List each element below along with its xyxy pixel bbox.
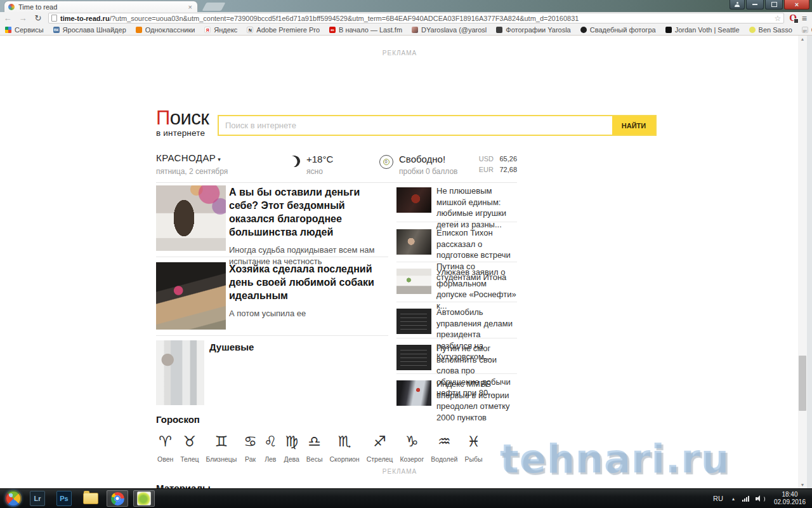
browser-titlebar: Time to read × × [0, 0, 812, 12]
bookmark-item[interactable]: asВ начало — Last.fm [329, 26, 402, 34]
zodiac-aquarius[interactable]: ♒Водолей [431, 432, 457, 463]
vk-icon: ВК [53, 27, 60, 33]
dark-circle-icon [580, 27, 587, 33]
traffic-widget[interactable]: 0 Свободно! пробки 0 баллов [379, 154, 457, 176]
zodiac-libra[interactable]: ♎Весы [306, 432, 323, 463]
bookmark-item[interactable]: NAdobe Premiere Pro [247, 26, 320, 34]
divider [396, 222, 517, 222]
scrollbar-thumb[interactable] [799, 356, 806, 411]
reload-icon[interactable]: ↻ [30, 13, 46, 23]
network-icon[interactable] [742, 496, 749, 502]
site-logo[interactable]: Поиск в интернете [156, 108, 209, 138]
scrollbar[interactable]: ▲ ▼ [798, 36, 807, 489]
news-item[interactable]: Не плюшевым мишкой единым: любимые игруш… [396, 185, 517, 230]
taskbar-viewer-button[interactable] [133, 490, 155, 507]
article-title[interactable]: Хозяйка сделала последний день своей люб… [229, 262, 389, 302]
bookmark-item[interactable]: ВКЯрослава Шнайдер [53, 26, 126, 34]
yellow-circle-icon [749, 27, 756, 33]
bookmark-item[interactable]: Jordan Voth | Seattle [665, 26, 740, 34]
currency-widget[interactable]: USD 65,26 EUR 72,68 [479, 155, 517, 177]
system-tray: RU ▴ 18:40 02.09.2016 [713, 491, 812, 506]
news-title[interactable]: Не плюшевым мишкой единым: любимые игруш… [436, 185, 517, 230]
bookmark-item[interactable]: goСайты - gophotoweb [802, 26, 812, 34]
taskbar-lightroom-button[interactable]: Lr [27, 490, 48, 507]
zodiac-gemini[interactable]: ♊Близнецы [206, 432, 237, 463]
zodiac-taurus[interactable]: ♉Телец [180, 432, 199, 463]
zodiac-leo[interactable]: ♌Лев [264, 432, 277, 463]
language-indicator[interactable]: RU [713, 495, 723, 502]
zodiac-pisces[interactable]: ♓Рыбы [464, 432, 482, 463]
zodiac-aries[interactable]: ♈Овен [157, 432, 173, 463]
extension-icon[interactable]: O [789, 13, 797, 23]
divider [396, 302, 517, 302]
city-selector[interactable]: КРАСНОДАР▾ пятница, 2 сентября [156, 152, 517, 176]
taskbar: Lr Ps RU ▴ 18:40 02.09.2016 [0, 488, 812, 508]
zodiac-virgo[interactable]: ♍Дева [284, 432, 299, 463]
divider [156, 335, 388, 336]
search-button[interactable]: НАЙТИ [612, 116, 655, 135]
start-button[interactable] [5, 490, 22, 507]
bookmark-star-icon[interactable]: ☆ [774, 14, 781, 23]
city-name: КРАСНОДАР [156, 152, 216, 163]
news-item[interactable]: Улюкаев заявил о формальном допуске «Рос… [396, 267, 517, 311]
browser-tab-active[interactable]: Time to read × [4, 1, 198, 12]
bookmark-item[interactable]: ЯЯндекс [204, 26, 237, 34]
restore-icon [771, 2, 777, 7]
bookmark-item[interactable]: Одноклассники [136, 26, 195, 34]
volume-icon[interactable] [756, 495, 765, 502]
browser-toolbar: ← → ↻ time-to-read.ru/?utm_source=uoua03… [0, 12, 812, 24]
news-title[interactable]: Улюкаев заявил о формальном допуске «Рос… [436, 267, 517, 311]
window-close-button[interactable]: × [784, 0, 809, 10]
search-input[interactable] [219, 116, 612, 135]
divider [156, 257, 388, 257]
article-thumbnail[interactable] [156, 185, 226, 251]
taskbar-chrome-button[interactable] [107, 490, 128, 507]
zodiac-capricorn[interactable]: ♑Козерог [400, 432, 424, 463]
cancer-icon: ♋ [244, 432, 257, 451]
currency-row: USD 65,26 [479, 155, 517, 163]
back-icon[interactable]: ← [0, 13, 15, 23]
tab-close-icon[interactable]: × [187, 3, 193, 11]
article-thumbnail[interactable] [156, 262, 226, 330]
scroll-up-icon[interactable]: ▲ [798, 36, 807, 43]
news-thumbnail [396, 187, 431, 213]
watermark: tehnari.ru [500, 436, 730, 482]
news-title[interactable]: Индекс ММВБ впервые в истории преодолел … [436, 378, 517, 423]
zodiac-cancer[interactable]: ♋Рак [244, 432, 257, 463]
news-item[interactable]: Индекс ММВБ впервые в истории преодолел … [396, 378, 517, 423]
bookmark-item[interactable]: Фотографии Yarosla [496, 26, 570, 34]
clock-date: 02.09.2016 [774, 498, 806, 506]
address-bar[interactable]: time-to-read.ru/?utm_source=uoua03n&utm_… [48, 13, 784, 23]
page-container: Поиск в интернете НАЙТИ КРАСНОДАР▾ пятни… [156, 36, 657, 489]
taskbar-photoshop-button[interactable]: Ps [53, 490, 75, 507]
minimize-icon [752, 4, 757, 5]
bookmark-item[interactable]: Сервисы [5, 26, 44, 34]
bookmark-item[interactable]: Ben Sasso [749, 26, 792, 34]
window-restore-button[interactable] [765, 0, 783, 10]
tray-expand-icon[interactable]: ▴ [732, 496, 735, 502]
menu-icon[interactable]: ≡ [802, 13, 807, 23]
bookmark-item[interactable]: DYaroslava (@yarosl [412, 26, 487, 34]
divider [156, 182, 517, 183]
news-thumbnail [396, 380, 431, 406]
zodiac-sagittarius[interactable]: ♐Стрелец [367, 432, 393, 463]
logo-subtitle: в интернете [156, 129, 209, 138]
new-tab-button[interactable] [202, 3, 226, 11]
divider [396, 373, 517, 374]
article-thumbnail[interactable] [156, 340, 204, 405]
news-thumbnail [396, 269, 431, 294]
leo-icon: ♌ [264, 432, 277, 451]
window-profile-button[interactable] [730, 0, 745, 10]
window-minimize-button[interactable] [746, 0, 764, 10]
weather-widget[interactable]: +18°C ясно [289, 154, 333, 176]
forward-icon[interactable]: → [15, 13, 30, 23]
taskbar-explorer-button[interactable] [80, 490, 102, 507]
zodiac-scorpio[interactable]: ♏Скорпион [330, 432, 360, 463]
search-bar: НАЙТИ [218, 115, 657, 136]
taskbar-clock[interactable]: 18:40 02.09.2016 [774, 491, 806, 506]
tab-title: Time to read [18, 3, 187, 11]
article-title[interactable]: А вы бы оставили деньги себе? Этот бездо… [229, 185, 389, 239]
bookmark-item[interactable]: Свадебный фотогра [580, 26, 656, 34]
article-title[interactable]: Душевые [209, 340, 336, 354]
traffic-detail: пробки 0 баллов [399, 167, 457, 176]
